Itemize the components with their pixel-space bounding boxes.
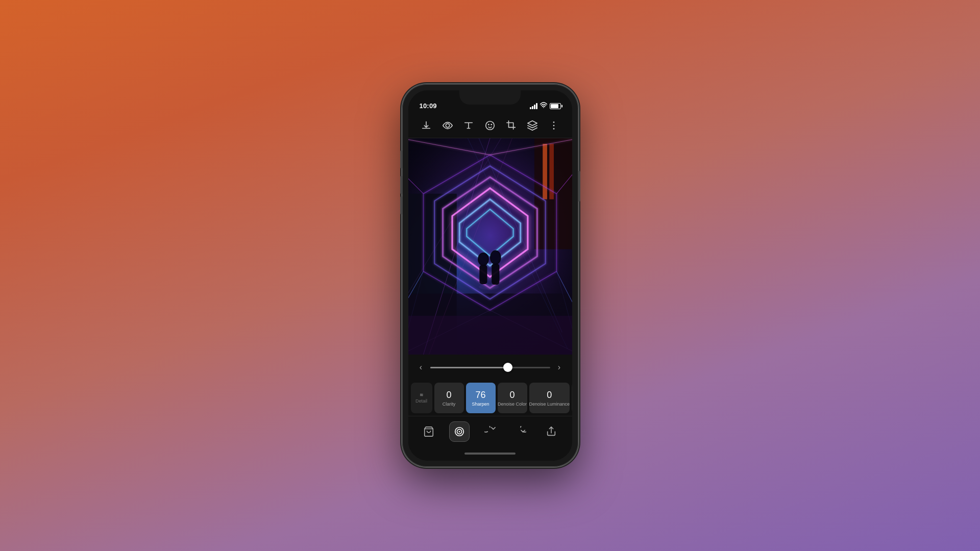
denoise-lum-label: Denoise Luminance bbox=[529, 402, 570, 407]
signal-icon bbox=[530, 103, 537, 109]
svg-rect-12 bbox=[543, 144, 547, 199]
nav-adjust[interactable] bbox=[449, 421, 470, 442]
tool-option-denoise-color[interactable]: 0 Denoise Color bbox=[498, 383, 527, 413]
notch bbox=[459, 90, 521, 105]
tool-option-denoise-lum[interactable]: 0 Denoise Luminance bbox=[529, 383, 570, 413]
lens-icon[interactable] bbox=[440, 118, 455, 133]
svg-point-3 bbox=[488, 123, 489, 125]
bottom-nav bbox=[408, 416, 572, 446]
svg-point-42 bbox=[491, 252, 500, 264]
text-icon[interactable] bbox=[461, 118, 476, 133]
denoise-color-label: Denoise Color bbox=[498, 402, 527, 407]
svg-point-7 bbox=[553, 128, 554, 130]
battery-icon bbox=[550, 103, 561, 109]
svg-rect-41 bbox=[492, 264, 499, 285]
clarity-value: 0 bbox=[446, 390, 451, 400]
svg-point-39 bbox=[479, 254, 487, 265]
face-icon[interactable] bbox=[483, 118, 497, 133]
svg-point-1 bbox=[446, 123, 449, 127]
slider-track[interactable] bbox=[430, 367, 550, 368]
svg-point-43 bbox=[479, 284, 499, 290]
svg-point-4 bbox=[491, 123, 492, 125]
svg-point-6 bbox=[553, 124, 554, 126]
download-icon[interactable] bbox=[419, 118, 433, 133]
nav-redo[interactable] bbox=[510, 421, 531, 442]
svg-point-2 bbox=[486, 121, 495, 130]
nav-share[interactable] bbox=[541, 421, 561, 442]
tool-option-sharpen[interactable]: 76 Sharpen bbox=[466, 383, 496, 413]
detail-label: Detail bbox=[415, 398, 427, 404]
clarity-label: Clarity bbox=[443, 402, 456, 407]
slider-thumb[interactable] bbox=[503, 363, 512, 372]
nav-shopping-bag[interactable] bbox=[419, 421, 439, 442]
battery-fill bbox=[551, 104, 558, 108]
svg-point-5 bbox=[553, 121, 554, 123]
phone-container: 10:09 bbox=[402, 84, 578, 467]
tool-option-clarity[interactable]: 0 Clarity bbox=[434, 383, 464, 413]
slider-right-arrow[interactable]: › bbox=[554, 363, 565, 372]
detail-icon: ≋ bbox=[420, 392, 424, 397]
tool-option-detail[interactable]: ≋ Detail bbox=[411, 383, 432, 413]
phone-body: 10:09 bbox=[402, 84, 578, 467]
phone-screen: 10:09 bbox=[408, 90, 572, 461]
tool-options-row: ≋ Detail 0 Clarity 76 Sharpen 0 Denoise … bbox=[408, 380, 572, 416]
denoise-lum-value: 0 bbox=[547, 390, 552, 400]
toolbar bbox=[408, 113, 572, 138]
slider-fill bbox=[430, 367, 508, 368]
denoise-color-value: 0 bbox=[509, 390, 514, 400]
photo-area bbox=[408, 138, 572, 355]
more-icon[interactable] bbox=[547, 118, 561, 133]
home-bar bbox=[464, 453, 516, 455]
sharpen-value: 76 bbox=[475, 390, 485, 400]
slider-area: ‹ › bbox=[408, 355, 572, 380]
layers-icon[interactable] bbox=[525, 118, 540, 133]
home-indicator bbox=[408, 446, 572, 461]
sharpen-label: Sharpen bbox=[472, 402, 489, 407]
svg-rect-38 bbox=[479, 265, 487, 284]
nav-undo[interactable] bbox=[480, 421, 500, 442]
wifi-icon bbox=[540, 102, 547, 110]
status-time: 10:09 bbox=[420, 102, 437, 110]
svg-rect-44 bbox=[408, 316, 572, 355]
photo-svg bbox=[408, 138, 572, 355]
svg-point-48 bbox=[458, 431, 460, 432]
crop-icon[interactable] bbox=[504, 118, 519, 133]
svg-point-0 bbox=[543, 107, 544, 108]
slider-left-arrow[interactable]: ‹ bbox=[416, 363, 426, 372]
status-icons bbox=[530, 102, 561, 110]
photo-background bbox=[408, 138, 572, 355]
